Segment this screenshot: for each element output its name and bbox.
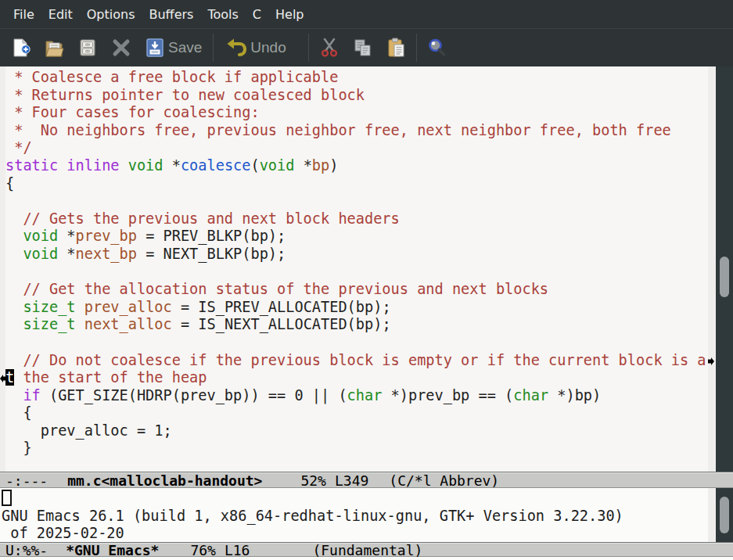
file-cabinet-icon bbox=[77, 37, 99, 59]
code-line: static inline void *coalesce(void *bp) bbox=[5, 157, 708, 175]
open-folder-icon bbox=[43, 37, 65, 59]
modeline-gnu-emacs[interactable]: U:%%- *GNU Emacs* 76% L16 (Fundamental) bbox=[0, 542, 733, 557]
modeline-scroll-percent: 76% bbox=[190, 542, 216, 558]
code-line: * Four cases for coalescing: bbox=[5, 104, 708, 122]
splash-right-fringe bbox=[708, 488, 716, 542]
search-button[interactable] bbox=[426, 32, 448, 63]
menu-item-c[interactable]: C bbox=[246, 4, 268, 25]
modeline-scroll-percent: 52% bbox=[300, 472, 326, 489]
code-line bbox=[5, 334, 708, 352]
new-file-icon bbox=[9, 37, 31, 59]
save-button[interactable]: Save bbox=[144, 32, 202, 63]
close-buffer-button[interactable] bbox=[110, 32, 132, 63]
splash-scrollbar[interactable] bbox=[716, 488, 733, 542]
code-line: */ bbox=[5, 139, 708, 157]
menu-item-edit[interactable]: Edit bbox=[41, 4, 80, 25]
line-wrap-left-icon bbox=[0, 375, 5, 382]
copy-button[interactable] bbox=[352, 32, 374, 63]
line-wrap-right-icon bbox=[708, 357, 714, 365]
code-line bbox=[5, 264, 708, 282]
copy-icon bbox=[352, 37, 374, 59]
modeline-buffer-name[interactable]: mm.c<malloclab-handout> bbox=[67, 472, 262, 489]
code-line bbox=[5, 458, 708, 472]
menubar: FileEditOptionsBuffersToolsCHelp bbox=[0, 0, 733, 28]
code-line: // Do not coalesce if the previous block… bbox=[5, 352, 708, 370]
menu-item-options[interactable]: Options bbox=[80, 4, 142, 25]
code-line: // Get the allocation status of the prev… bbox=[5, 281, 708, 299]
modeline-major-mode[interactable]: (Fundamental) bbox=[312, 542, 422, 558]
save-icon bbox=[144, 37, 166, 59]
splash-line: GNU Emacs 26.1 (build 1, x86_64-redhat-l… bbox=[2, 508, 708, 526]
editor-scrollbar[interactable] bbox=[716, 66, 733, 472]
modeline-line-number: L16 bbox=[225, 542, 250, 558]
menu-item-buffers[interactable]: Buffers bbox=[142, 4, 201, 25]
code-line: { bbox=[5, 404, 708, 422]
code-line: size_t next_alloc = IS_NEXT_ALLOCATED(bp… bbox=[5, 316, 708, 334]
editor-window: * Coalesce a free block if applicable * … bbox=[0, 66, 733, 472]
splash-window: GNU Emacs 26.1 (build 1, x86_64-redhat-l… bbox=[0, 488, 733, 542]
new-file-button[interactable] bbox=[9, 32, 31, 63]
modeline-major-mode[interactable]: (C/*l Abbrev) bbox=[389, 472, 499, 489]
left-fringe bbox=[0, 66, 5, 472]
modeline-mm-c[interactable]: -:--- mm.c<malloclab-handout> 52% L349 (… bbox=[0, 472, 733, 488]
undo-button-label: Undo bbox=[250, 39, 286, 56]
modeline-flags: -:--- bbox=[5, 472, 48, 489]
code-line: // Gets the previous and next block head… bbox=[5, 210, 708, 228]
code-line: void *next_bp = NEXT_BLKP(bp); bbox=[5, 246, 708, 264]
splash-line bbox=[2, 490, 708, 508]
code-line: void *prev_bp = PREV_BLKP(bp); bbox=[5, 228, 708, 246]
code-area[interactable]: * Coalesce a free block if applicable * … bbox=[5, 69, 708, 472]
code-line: size_t prev_alloc = IS_PREV_ALLOCATED(bp… bbox=[5, 299, 708, 317]
code-line: prev_alloc = 1; bbox=[5, 422, 708, 440]
menu-item-tools[interactable]: Tools bbox=[200, 4, 245, 25]
splash-buffer[interactable]: GNU Emacs 26.1 (build 1, x86_64-redhat-l… bbox=[2, 490, 708, 542]
code-line bbox=[5, 192, 708, 210]
modeline-buffer-name[interactable]: *GNU Emacs* bbox=[66, 542, 159, 558]
emacs-frame: FileEditOptionsBuffersToolsCHelp bbox=[0, 0, 733, 560]
save-button-label: Save bbox=[168, 39, 202, 56]
toolbar: Save Undo bbox=[0, 28, 733, 66]
code-line: * Returns pointer to new coalesced block bbox=[5, 87, 708, 105]
code-line: { bbox=[5, 175, 708, 193]
cut-button[interactable] bbox=[318, 32, 340, 63]
scissors-icon bbox=[318, 37, 340, 59]
modeline-flags: U:%%- bbox=[5, 542, 48, 558]
modeline-line-number: L349 bbox=[335, 472, 368, 489]
toolbar-separator bbox=[213, 34, 214, 62]
right-fringe bbox=[708, 66, 716, 472]
undo-icon bbox=[225, 37, 248, 59]
paste-button[interactable] bbox=[386, 32, 408, 63]
toolbar-separator bbox=[308, 34, 309, 62]
editor-scrollbar-thumb[interactable] bbox=[720, 257, 729, 297]
clipboard-icon bbox=[386, 37, 408, 59]
menu-item-help[interactable]: Help bbox=[268, 4, 311, 25]
close-icon bbox=[110, 37, 132, 59]
menu-item-file[interactable]: File bbox=[6, 4, 41, 25]
splash-line: of 2025-02-20 bbox=[2, 525, 708, 542]
splash-scrollbar-thumb[interactable] bbox=[720, 497, 729, 533]
dired-button[interactable] bbox=[77, 32, 99, 63]
magnifier-icon bbox=[426, 37, 448, 59]
code-line: if (GET_SIZE(HDRP(prev_bp)) == 0 || (cha… bbox=[5, 387, 708, 405]
minibuffer[interactable] bbox=[0, 557, 733, 560]
code-line: * No neighbors free, previous neighbor f… bbox=[5, 122, 708, 140]
open-file-button[interactable] bbox=[43, 32, 65, 63]
code-line: } bbox=[5, 440, 708, 458]
code-line: * Coalesce a free block if applicable bbox=[5, 69, 708, 87]
undo-button[interactable]: Undo bbox=[225, 32, 286, 63]
toolbar-separator bbox=[416, 34, 417, 62]
inactive-cursor bbox=[2, 490, 12, 506]
code-line: t the start of the heap bbox=[5, 369, 708, 387]
